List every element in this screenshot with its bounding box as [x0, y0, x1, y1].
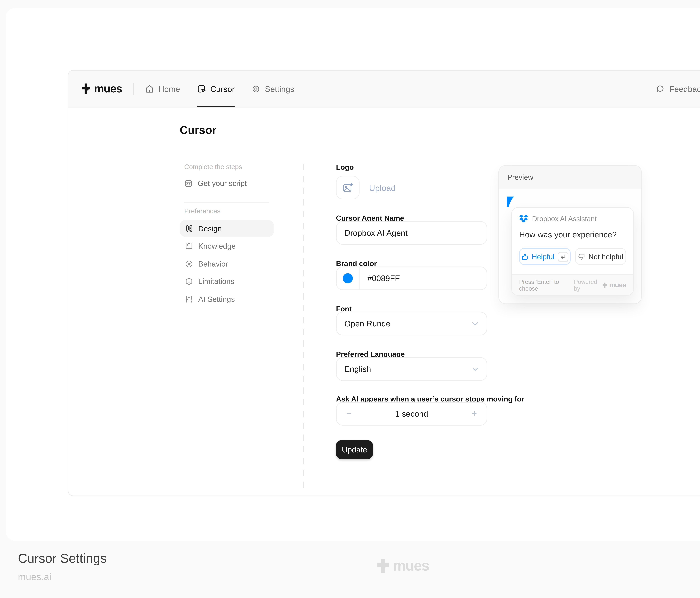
- feedback-button[interactable]: Feedback: [656, 84, 700, 93]
- sliders-icon: [184, 295, 193, 303]
- assistant-prompt-card: Dropbox AI Assistant How was your experi…: [511, 207, 634, 296]
- feedback-choices: Helpful Not helpful: [519, 248, 626, 265]
- brand-color-label: Brand color: [336, 259, 377, 268]
- upload-button[interactable]: Upload: [369, 183, 396, 192]
- preferences-section-label: Preferences: [184, 207, 221, 215]
- helpful-label: Helpful: [532, 252, 554, 260]
- brand-color-value: #0089FF: [359, 274, 400, 283]
- assistant-header: Dropbox AI Assistant: [519, 215, 597, 223]
- not-helpful-label: Not helpful: [589, 252, 623, 260]
- preview-panel: Preview Dropbox AI Assistant How was you…: [498, 165, 642, 304]
- font-select[interactable]: Open Runde: [336, 312, 487, 335]
- font-label: Font: [336, 305, 352, 313]
- top-navbar: mues Home Cursor Settings: [68, 71, 700, 107]
- brand-logo[interactable]: mues: [82, 82, 122, 95]
- image-plus-icon: [342, 182, 354, 194]
- stepper-increment-button[interactable]: +: [470, 409, 478, 419]
- update-button[interactable]: Update: [336, 440, 373, 459]
- font-value: Open Runde: [336, 319, 391, 328]
- preview-panel-header: Preview: [499, 166, 641, 189]
- navbar-divider: [133, 82, 134, 95]
- sidebar-item-label: Knowledge: [198, 242, 235, 250]
- assistant-question: How was your experience?: [519, 230, 617, 239]
- enter-key-icon: [560, 254, 566, 259]
- enter-hint: Press ‘Enter’ to choose: [519, 278, 574, 292]
- thumbs-up-icon: [521, 253, 528, 260]
- language-value: English: [336, 365, 371, 373]
- logo-upload-row: Upload: [336, 176, 396, 199]
- hexagon-alert-icon: [184, 277, 193, 285]
- book-icon: [184, 242, 193, 250]
- pointer-circle-icon: [184, 259, 193, 268]
- tab-cursor[interactable]: Cursor: [197, 71, 235, 107]
- powered-by: Powered by mues: [574, 278, 626, 292]
- footer-brand: mues: [0, 557, 700, 574]
- dropbox-logo-icon: [519, 215, 528, 223]
- tab-home[interactable]: Home: [145, 71, 180, 107]
- sidebar-item-design[interactable]: Design: [180, 220, 274, 237]
- sidebar-item-label: AI Settings: [198, 295, 235, 303]
- tab-settings[interactable]: Settings: [251, 71, 294, 107]
- navbar-right: Feedback p: [656, 81, 700, 96]
- pen-ruler-icon: [184, 224, 193, 233]
- not-helpful-button[interactable]: Not helpful: [575, 248, 626, 265]
- helpful-button[interactable]: Helpful: [519, 248, 570, 265]
- tab-settings-label: Settings: [265, 84, 294, 93]
- delay-stepper: − 1 second +: [336, 402, 487, 426]
- sidebar-menu: Design Knowledge Behavior Limitations AI…: [180, 220, 274, 307]
- assistant-name: Dropbox AI Assistant: [532, 215, 597, 223]
- app-frame: mues Home Cursor Settings: [68, 70, 700, 496]
- tab-home-label: Home: [158, 84, 180, 93]
- pointer-cursor-icon: [507, 197, 515, 207]
- mues-logo-icon: [377, 559, 389, 573]
- chevron-down-icon: [472, 367, 478, 371]
- preview-title: Preview: [507, 173, 533, 181]
- powered-by-brand: mues: [609, 281, 626, 289]
- code-window-icon: [184, 179, 193, 188]
- vertical-dashed-divider: [303, 164, 304, 488]
- tab-cursor-label: Cursor: [210, 84, 235, 93]
- brand-color-input[interactable]: #0089FF: [336, 267, 487, 290]
- mues-logo-icon: [603, 282, 607, 288]
- sidebar-item-behavior[interactable]: Behavior: [180, 255, 274, 272]
- app-window-card: mues Home Cursor Settings: [6, 8, 700, 541]
- title-divider: [180, 147, 642, 147]
- brand-color-swatch-cell[interactable]: [336, 267, 359, 290]
- chevron-down-icon: [472, 322, 478, 326]
- sidebar-item-label: Behavior: [198, 259, 228, 268]
- language-select[interactable]: English: [336, 357, 487, 381]
- sidebar-item-label: Get your script: [198, 179, 247, 188]
- logo-upload-dropzone[interactable]: [336, 176, 359, 199]
- delay-value: 1 second: [395, 409, 428, 418]
- thumbs-down-icon: [578, 253, 585, 260]
- assistant-card-footer: Press ‘Enter’ to choose Powered by mues: [512, 274, 633, 295]
- stepper-decrement-button[interactable]: −: [345, 409, 353, 419]
- agent-name-input[interactable]: Dropbox AI Agent: [336, 221, 487, 245]
- footer-brand-name: mues: [393, 557, 429, 574]
- mues-logo-icon: [82, 83, 90, 94]
- steps-section-label: Complete the steps: [184, 163, 242, 171]
- agent-name-label: Cursor Agent Name: [336, 214, 404, 222]
- home-icon: [145, 84, 154, 93]
- sidebar-divider: [184, 202, 269, 203]
- page-title: Cursor: [180, 124, 217, 136]
- agent-name-value: Dropbox AI Agent: [336, 228, 407, 238]
- sidebar-item-limitations[interactable]: Limitations: [180, 273, 274, 290]
- language-label: Preferred Language: [336, 350, 405, 358]
- feedback-label: Feedback: [669, 84, 700, 93]
- brand-name: mues: [94, 82, 122, 95]
- sidebar-item-knowledge[interactable]: Knowledge: [180, 238, 274, 254]
- settings-gear-icon: [251, 84, 260, 93]
- sidebar-item-ai-settings[interactable]: AI Settings: [180, 291, 274, 307]
- page: mues Home Cursor Settings: [0, 0, 700, 598]
- logo-label: Logo: [336, 163, 354, 171]
- sidebar-item-label: Limitations: [198, 277, 234, 285]
- brand-color-swatch: [343, 273, 353, 283]
- enter-key-badge: [558, 252, 568, 261]
- sidebar-item-label: Design: [198, 224, 222, 233]
- delay-label: Ask AI appears when a user’s cursor stop…: [336, 395, 524, 403]
- powered-by-label: Powered by: [574, 278, 600, 292]
- cursor-tab-icon: [197, 84, 206, 93]
- sidebar-item-get-your-script[interactable]: Get your script: [184, 179, 247, 188]
- feedback-bubble-icon: [656, 84, 665, 93]
